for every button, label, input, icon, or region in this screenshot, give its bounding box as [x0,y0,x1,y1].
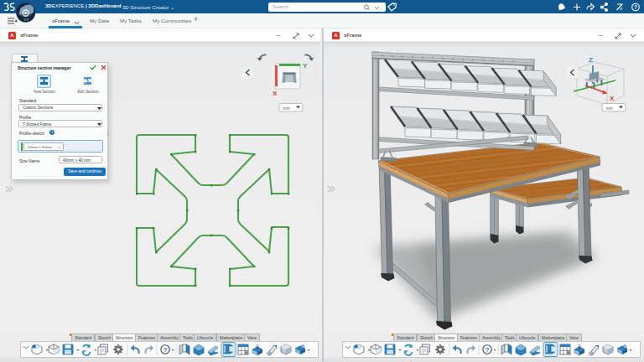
svg-text:Z: Z [589,56,593,64]
svg-text:3D: 3D [18,13,23,16]
svg-text:V R: V R [24,18,29,22]
svg-text:X: X [610,95,615,102]
svg-text:mm: mm [283,106,290,111]
svg-text:?: ? [164,346,168,354]
svg-text:Y: Y [303,62,308,70]
svg-text:X: X [273,90,278,97]
svg-text:?: ? [634,4,637,10]
svg-text:mm: mm [606,106,613,111]
